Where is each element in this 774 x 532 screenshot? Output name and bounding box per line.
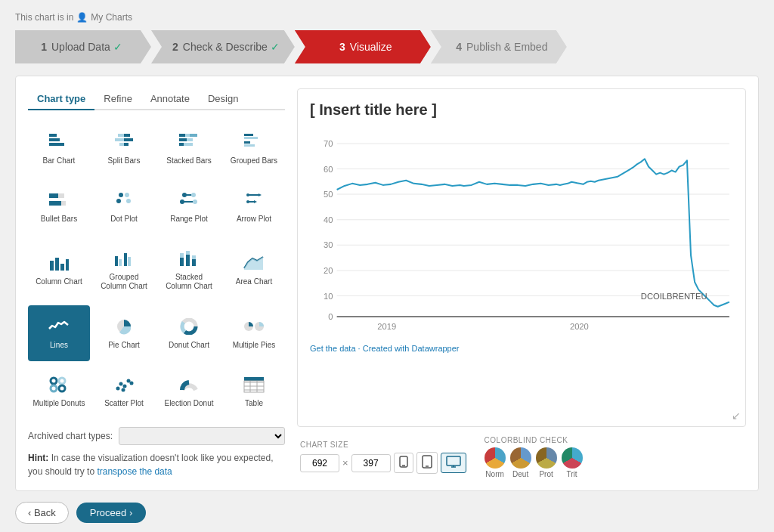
right-panel: [ Insert title here ] 70 60 50 [297,88,746,478]
archived-select[interactable] [119,427,285,445]
created-with-link[interactable]: Created with Datawrapper [363,344,460,353]
svg-rect-15 [184,143,193,146]
tab-annotate[interactable]: Annotate [141,88,199,110]
breadcrumb-prefix: This chart is in [15,12,73,23]
svg-rect-49 [180,253,184,258]
chart-width-input[interactable] [300,454,339,472]
mobile-small-button[interactable] [394,453,413,473]
svg-rect-17 [244,137,258,139]
steps-nav: 1 Upload Data ✓ 2 Check & Describe ✓ 3 V… [15,30,759,63]
colorblind-label: COLORBLIND CHECK [485,436,583,444]
svg-rect-44 [115,256,118,266]
transpose-link[interactable]: transpose the data [97,466,172,477]
colorblind-trit[interactable]: Trit [562,447,583,478]
svg-rect-10 [185,134,190,137]
chart-type-scatter-plot[interactable]: Scatter Plot [93,364,155,419]
chart-type-election-donut[interactable]: Election Donut [158,364,220,419]
svg-point-70 [122,388,125,392]
tab-chart-type[interactable]: Chart type [28,88,94,110]
chart-type-grouped-bars-label: Grouped Bars [231,156,277,165]
step-visualize[interactable]: 3 Visualize [295,30,431,63]
colorblind-deut[interactable]: Deut [510,447,531,478]
chart-type-multiple-donuts-label: Multiple Donuts [33,399,85,408]
chart-type-bullet-bars[interactable]: Bullet Bars [28,179,90,234]
svg-marker-38 [259,193,262,196]
svg-point-61 [51,378,57,384]
colorblind-norm[interactable]: Norm [485,447,506,478]
proceed-button[interactable]: Proceed › [76,503,146,523]
back-button[interactable]: ‹ Back [15,502,69,524]
chart-type-table[interactable]: Table [223,364,285,419]
svg-rect-9 [179,134,185,137]
svg-rect-16 [244,134,253,136]
chart-type-arrow-plot[interactable]: Arrow Plot [223,179,285,234]
chart-type-election-donut-label: Election Donut [164,399,213,408]
main-content: Chart type Refine Annotate Design [15,76,759,491]
archived-row: Archived chart types: [28,427,285,445]
chart-type-scatter-plot-label: Scatter Plot [104,399,144,408]
step-upload[interactable]: 1 Upload Data ✓ [15,30,151,63]
desktop-button[interactable] [441,453,466,473]
chart-type-grouped-bars[interactable]: Grouped Bars [223,121,285,176]
step-check[interactable]: 2 Check & Describe ✓ [151,30,295,63]
colorblind-prot[interactable]: Prot [536,447,557,478]
chart-type-dot-plot-label: Dot Plot [110,215,138,224]
svg-rect-51 [186,251,190,255]
chart-type-grouped-column[interactable]: Grouped Column Chart [93,238,155,302]
svg-rect-18 [244,141,250,144]
svg-rect-47 [128,257,131,266]
step-upload-label: Upload Data [51,41,110,53]
svg-point-69 [130,382,134,385]
chart-height-input[interactable] [351,454,391,472]
chart-type-multiple-pies-label: Multiple Pies [233,341,276,350]
svg-rect-21 [49,193,58,198]
svg-point-36 [246,193,249,196]
svg-text:70: 70 [324,139,333,148]
chart-type-stacked-column-label: Stacked Column Chart [162,273,216,291]
tab-design[interactable]: Design [199,88,247,110]
chart-type-multiple-donuts[interactable]: Multiple Donuts [28,364,90,419]
svg-marker-39 [254,200,257,203]
chart-type-range-plot[interactable]: Range Plot [158,179,220,234]
svg-rect-6 [115,138,124,141]
chart-size-group: CHART SIZE × [300,441,466,474]
chart-preview: [ Insert title here ] 70 60 50 [297,88,746,427]
step-publish[interactable]: 4 Publish & Embed [431,30,567,63]
archived-label: Archived chart types: [28,431,113,441]
svg-point-67 [123,385,127,388]
chart-type-donut-chart[interactable]: Donut Chart [158,305,220,360]
chart-type-split-bars[interactable]: Split Bars [93,121,155,176]
chart-type-stacked-column[interactable]: Stacked Column Chart [158,238,220,302]
svg-point-64 [59,385,65,391]
resize-handle[interactable]: ↙ [732,410,741,422]
chart-type-multiple-pies[interactable]: Multiple Pies [223,305,285,360]
chart-type-area-chart[interactable]: Area Chart [223,238,285,302]
svg-text:10: 10 [324,292,333,301]
svg-rect-12 [179,138,187,141]
svg-text:50: 50 [324,190,333,199]
svg-point-62 [59,378,65,384]
chart-type-bullet-bars-label: Bullet Bars [41,215,77,224]
svg-rect-8 [119,143,124,146]
size-separator: × [342,457,348,469]
get-data-link[interactable]: Get the data [310,344,356,353]
chart-type-bar-chart[interactable]: Bar Chart [28,121,90,176]
chart-type-stacked-bars[interactable]: Stacked Bars [158,121,220,176]
mobile-button[interactable] [416,452,438,474]
chart-type-lines-label: Lines [50,341,68,350]
chart-type-range-plot-label: Range Plot [170,215,207,224]
svg-text:40: 40 [324,215,333,224]
chart-type-lines[interactable]: Lines [28,305,90,360]
svg-text:0: 0 [328,312,333,321]
tab-refine[interactable]: Refine [94,88,141,110]
chart-type-dot-plot[interactable]: Dot Plot [93,179,155,234]
svg-point-37 [246,200,249,203]
chart-type-column-chart[interactable]: Column Chart [28,238,90,302]
svg-rect-45 [119,259,122,266]
step-publish-label: Publish & Embed [466,41,547,53]
chart-type-pie-chart[interactable]: Pie Chart [93,305,155,360]
chart-type-split-bars-label: Split Bars [108,156,141,165]
svg-point-30 [191,193,196,197]
chart-type-pie-chart-label: Pie Chart [108,341,140,350]
svg-point-63 [51,385,57,391]
